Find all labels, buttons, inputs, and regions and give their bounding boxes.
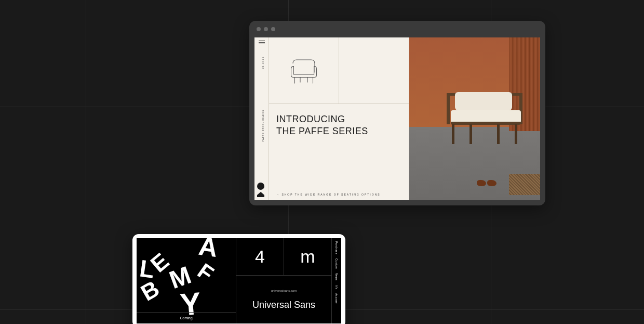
heading-line-2: THE PAFFE SERIES — [276, 125, 368, 137]
specimen-number: 4 — [236, 238, 284, 275]
rug-graphic — [509, 174, 540, 195]
coming-label: Coming — [137, 312, 236, 323]
grid-line — [86, 0, 86, 324]
nav-link[interactable]: Purchase — [335, 241, 338, 254]
font-title-cell: universalsans.com Universal Sans — [236, 276, 331, 323]
window-control-dot[interactable] — [264, 27, 268, 31]
armchair-photo — [446, 82, 524, 144]
browser-window-typography: A E M F L B Y Coming 4 m universalsans.c… — [132, 234, 345, 324]
brand-logo[interactable] — [257, 183, 264, 197]
hamburger-menu-icon[interactable] — [259, 41, 265, 45]
specimen-row: 4 m — [236, 238, 331, 276]
logo-house-icon — [257, 192, 264, 197]
shoes-graphic — [477, 180, 498, 187]
window-control-dot[interactable] — [257, 27, 261, 31]
nav-link[interactable]: News — [335, 273, 338, 281]
left-sidebar: 24·10·21 PAFFE STOOL CHAIRS — [254, 37, 269, 200]
empty-cell — [339, 37, 409, 103]
nav-link[interactable]: It's — [335, 285, 338, 289]
font-url[interactable]: universalsans.com — [271, 289, 297, 292]
page-content: A E M F L B Y Coming 4 m universalsans.c… — [137, 238, 341, 323]
hero-photo — [409, 37, 540, 200]
hero-heading: INTRODUCING THE PAFFE SERIES — [276, 113, 368, 138]
chair-line-drawing — [269, 37, 339, 103]
logo-circle-icon — [257, 183, 264, 190]
font-name: Universal Sans — [252, 300, 315, 310]
chair-illustration-row — [269, 37, 409, 104]
nav-link[interactable]: Custom — [335, 258, 338, 269]
heading-line-1: INTRODUCING — [276, 113, 368, 125]
sidebar-date-text: 24·10·21 — [262, 56, 264, 69]
specimen-letter: m — [284, 238, 331, 275]
shop-link[interactable]: → SHOP THE WIDE RANGE OF SEATING OPTIONS — [276, 193, 381, 196]
info-panel: 4 m universalsans.com Universal Sans — [236, 238, 332, 323]
window-control-dot[interactable] — [271, 27, 275, 31]
scattered-letters: A E M F L B Y — [137, 238, 236, 323]
browser-window-furniture: 24·10·21 PAFFE STOOL CHAIRS — [249, 21, 545, 205]
letters-panel: A E M F L B Y Coming — [137, 238, 236, 323]
nav-link[interactable]: Account — [335, 293, 338, 305]
armchair-outline-icon — [286, 53, 322, 89]
right-nav: Purchase Custom News It's Account — [332, 238, 341, 323]
page-content: 24·10·21 PAFFE STOOL CHAIRS — [254, 37, 540, 200]
intro-panel: INTRODUCING THE PAFFE SERIES → SHOP THE … — [269, 37, 409, 200]
window-titlebar — [249, 21, 545, 37]
sidebar-category-text: PAFFE STOOL CHAIRS — [262, 110, 264, 141]
